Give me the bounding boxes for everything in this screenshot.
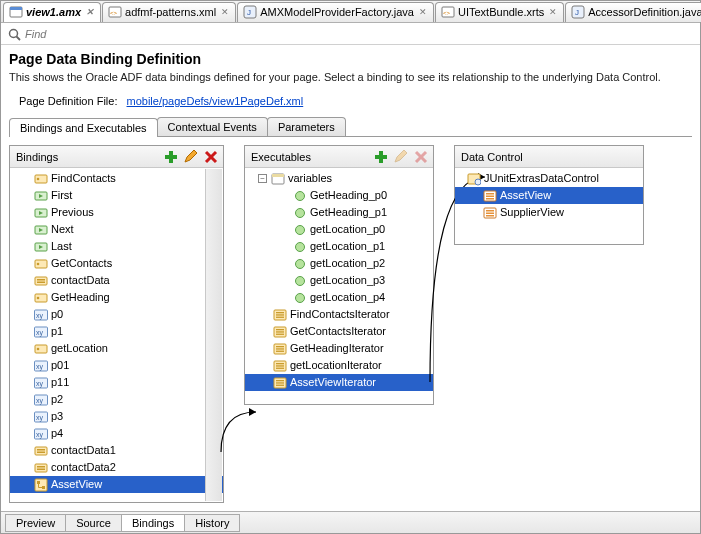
editor-tab[interactable]: view1.amx✕: [3, 2, 101, 22]
tab-label: view1.amx: [26, 6, 81, 18]
close-icon[interactable]: ✕: [549, 7, 557, 17]
section-tab[interactable]: Contextual Events: [157, 117, 268, 136]
binding-item[interactable]: First: [10, 187, 223, 204]
iterator-item[interactable]: FindContactsIterator: [245, 306, 433, 323]
page-description: This shows the Oracle ADF data bindings …: [1, 69, 700, 89]
item-label: GetHeading_p1: [310, 205, 387, 220]
collapse-icon[interactable]: −: [258, 174, 267, 183]
binding-item[interactable]: FindContacts: [10, 170, 223, 187]
data-control-icon: [466, 172, 481, 186]
search-icon: [7, 27, 21, 41]
edit-button: [393, 149, 409, 165]
variable-icon: [292, 223, 307, 237]
item-label: getLocation_p1: [310, 239, 385, 254]
executables-panel: Executables −variablesGetHeading_p0GetHe…: [244, 145, 434, 405]
binding-item[interactable]: p01: [10, 357, 223, 374]
section-tab[interactable]: Bindings and Executables: [9, 118, 158, 137]
binding-item[interactable]: Previous: [10, 204, 223, 221]
bottom-tab[interactable]: History: [184, 514, 240, 532]
tab-label: adfmf-patterns.xml: [125, 6, 216, 18]
close-icon[interactable]: ✕: [419, 7, 427, 17]
item-label: GetContacts: [51, 256, 112, 271]
op-icon: [33, 223, 48, 237]
item-label: p11: [51, 375, 69, 390]
item-label: AssetViewIterator: [290, 375, 376, 390]
variable-item[interactable]: getLocation_p0: [245, 221, 433, 238]
bottom-tab[interactable]: Bindings: [121, 514, 185, 532]
section-tab[interactable]: Parameters: [267, 117, 346, 136]
page-def-label: Page Definition File:: [19, 95, 117, 107]
method-icon: [33, 291, 48, 305]
editor-tab[interactable]: AccessorDefinition.java✕: [565, 2, 701, 22]
op-icon: [33, 189, 48, 203]
iterator-item[interactable]: GetContactsIterator: [245, 323, 433, 340]
variable-item[interactable]: GetHeading_p1: [245, 204, 433, 221]
item-label: Previous: [51, 205, 94, 220]
bottom-tabs: PreviewSourceBindingsHistory: [1, 511, 700, 533]
binding-item[interactable]: p1: [10, 323, 223, 340]
binding-item[interactable]: Last: [10, 238, 223, 255]
add-button[interactable]: [373, 149, 389, 165]
binding-item[interactable]: contactData: [10, 272, 223, 289]
iterator-item[interactable]: getLocationIterator: [245, 357, 433, 374]
variable-item[interactable]: getLocation_p1: [245, 238, 433, 255]
binding-item[interactable]: p4: [10, 425, 223, 442]
variable-item[interactable]: getLocation_p3: [245, 272, 433, 289]
binding-item[interactable]: Next: [10, 221, 223, 238]
binding-item[interactable]: getLocation: [10, 340, 223, 357]
delete-button[interactable]: [203, 149, 219, 165]
editor-tabs: view1.amx✕adfmf-patterns.xml✕AMXModelPro…: [1, 1, 700, 23]
variable-icon: [292, 274, 307, 288]
file-icon: [243, 5, 257, 19]
iterator-item[interactable]: GetHeadingIterator: [245, 340, 433, 357]
data-control-root[interactable]: JUnitExtrasDataControl: [455, 170, 643, 187]
method-icon: [33, 257, 48, 271]
close-icon[interactable]: ✕: [86, 7, 94, 17]
item-label: p1: [51, 324, 63, 339]
binding-item[interactable]: GetContacts: [10, 255, 223, 272]
editor-tab[interactable]: UITextBundle.xrts✕: [435, 2, 564, 22]
file-icon: [571, 5, 585, 19]
binding-item[interactable]: p0: [10, 306, 223, 323]
add-button[interactable]: [163, 149, 179, 165]
variable-item[interactable]: getLocation_p2: [245, 255, 433, 272]
binding-item[interactable]: contactData1: [10, 442, 223, 459]
binding-item[interactable]: AssetView: [10, 476, 223, 493]
binding-item[interactable]: GetHeading: [10, 289, 223, 306]
editor-tab[interactable]: AMXModelProviderFactory.java✕: [237, 2, 434, 22]
item-label: Next: [51, 222, 74, 237]
find-bar: [1, 23, 700, 45]
method-icon: [33, 342, 48, 356]
executables-root[interactable]: −variables: [245, 170, 433, 187]
bottom-tab[interactable]: Source: [65, 514, 122, 532]
op-icon: [33, 240, 48, 254]
iterator-item[interactable]: AssetViewIterator: [245, 374, 433, 391]
binding-item[interactable]: p3: [10, 408, 223, 425]
page-def-link[interactable]: mobile/pageDefs/view1PageDef.xml: [127, 95, 304, 107]
bottom-tab[interactable]: Preview: [5, 514, 66, 532]
binding-item[interactable]: p2: [10, 391, 223, 408]
bindings-title: Bindings: [16, 151, 58, 163]
item-label: getLocation_p2: [310, 256, 385, 271]
binding-item[interactable]: contactData2: [10, 459, 223, 476]
variable-icon: [292, 189, 307, 203]
find-input[interactable]: [25, 28, 225, 40]
view-item[interactable]: SupplierView: [455, 204, 643, 221]
executables-title: Executables: [251, 151, 311, 163]
item-label: FindContacts: [51, 171, 116, 186]
item-label: contactData1: [51, 443, 116, 458]
variable-icon: [292, 257, 307, 271]
view-item[interactable]: AssetView: [455, 187, 643, 204]
edit-button[interactable]: [183, 149, 199, 165]
editor-tab[interactable]: adfmf-patterns.xml✕: [102, 2, 236, 22]
variables-icon: [270, 172, 285, 186]
variable-item[interactable]: GetHeading_p0: [245, 187, 433, 204]
section-tabs: Bindings and ExecutablesContextual Event…: [9, 115, 692, 137]
item-label: GetHeadingIterator: [290, 341, 384, 356]
binding-item[interactable]: p11: [10, 374, 223, 391]
page-def-file-row: Page Definition File: mobile/pageDefs/vi…: [1, 89, 700, 115]
close-icon[interactable]: ✕: [221, 7, 229, 17]
variable-item[interactable]: getLocation_p4: [245, 289, 433, 306]
xy-icon: [33, 410, 48, 424]
bindings-panel: Bindings FindContactsFirstPreviousNextLa…: [9, 145, 224, 503]
